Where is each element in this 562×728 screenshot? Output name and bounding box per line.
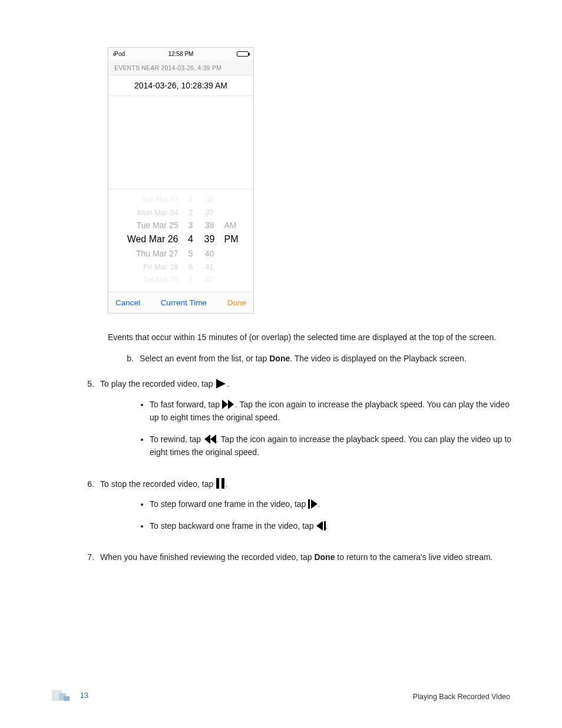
svg-rect-7 (308, 499, 310, 509)
device-label: iPod (113, 51, 125, 57)
brand-logo-icon (52, 690, 75, 701)
list-marker-6: 6. (47, 478, 94, 541)
svg-rect-5 (216, 478, 219, 489)
ipod-screenshot: iPod 12:58 PM EVENTS NEAR 2014-03-26, 4:… (108, 47, 254, 314)
list-marker-5: 5. (47, 378, 94, 467)
svg-marker-0 (216, 379, 226, 388)
step-7: 7. When you have finished reviewing the … (47, 551, 515, 564)
step-4b: b. Select an event from the list, or tap… (108, 353, 515, 365)
events-note: Events that occur within 15 minutes of (… (108, 331, 515, 344)
svg-marker-1 (222, 400, 228, 409)
picker-toolbar: Cancel Current Time Done (108, 292, 253, 313)
picker-row[interactable]: Thu Mar 27540 (108, 247, 253, 260)
play-icon (215, 379, 227, 388)
step-forward-icon (308, 499, 318, 509)
rewind-instruction: To rewind, tap . Tap the icon again to i… (150, 433, 515, 459)
picker-row[interactable]: Sat Mar 29742 (108, 273, 253, 286)
datetime-picker[interactable]: Sun Mar 23136Mon Mar 24237Tue Mar 25338A… (108, 189, 253, 292)
svg-marker-8 (311, 499, 318, 509)
fast-forward-instruction: To fast forward, tap . Tap the icon agai… (150, 398, 515, 424)
step-6: 6. To stop the recorded video, tap . To … (47, 478, 515, 541)
events-near-header: EVENTS NEAR 2014-03-26, 4:39 PM (108, 60, 253, 75)
step-backward-instruction: To step backward one frame in the video,… (150, 519, 515, 532)
page-number: 13 (80, 691, 88, 700)
step-forward-instruction: To step forward one frame in the video, … (150, 498, 515, 510)
pause-icon (216, 478, 225, 489)
svg-rect-6 (222, 478, 224, 489)
picker-row[interactable]: Wed Mar 26439PM (108, 232, 253, 247)
page-footer: 13 Playing Back Recorded Video (52, 690, 510, 701)
picker-row[interactable]: Tue Mar 25338AM (108, 219, 253, 232)
rewind-icon (203, 434, 216, 444)
event-list-item[interactable]: 2014-03-26, 10:28:39 AM (108, 75, 253, 96)
picker-row[interactable]: Mon Mar 24237 (108, 206, 253, 219)
done-button[interactable]: Done (227, 298, 246, 307)
svg-marker-4 (204, 434, 210, 444)
list-marker-7: 7. (47, 551, 94, 564)
event-list-empty (108, 96, 253, 189)
picker-row[interactable]: Sun Mar 23136 (108, 193, 253, 206)
cancel-button[interactable]: Cancel (115, 298, 140, 307)
svg-marker-9 (316, 521, 323, 531)
list-marker-b: b. (108, 353, 134, 365)
battery-icon (237, 51, 249, 57)
fast-forward-icon (222, 400, 235, 409)
picker-row[interactable]: Fri Mar 28641 (108, 260, 253, 273)
svg-marker-2 (228, 400, 234, 409)
svg-marker-3 (210, 434, 216, 444)
current-time-button[interactable]: Current Time (161, 298, 207, 307)
step-backward-icon (316, 521, 326, 531)
step-5: 5. To play the recorded video, tap . To … (47, 378, 515, 467)
section-title: Playing Back Recorded Video (413, 693, 510, 701)
status-bar: iPod 12:58 PM (108, 48, 253, 60)
clock: 12:58 PM (168, 51, 194, 57)
